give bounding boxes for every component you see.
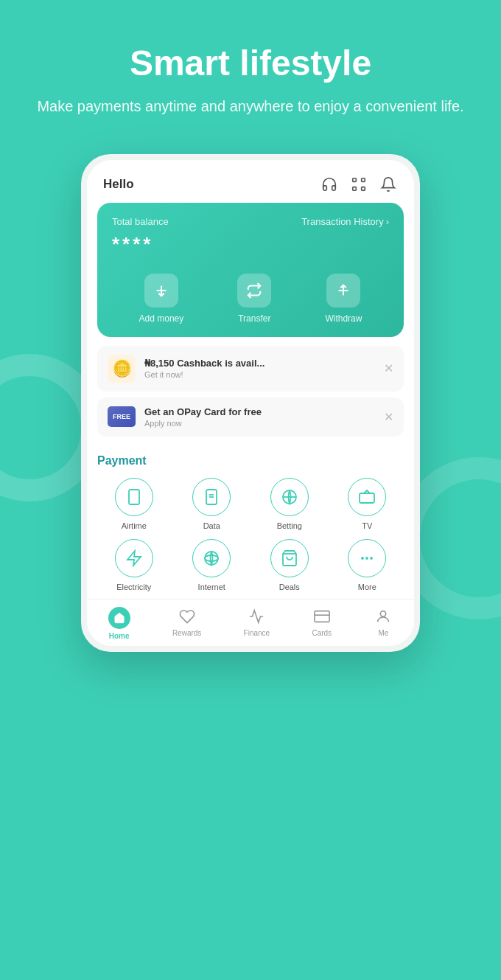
deals-icon bbox=[270, 539, 309, 577]
svg-point-29 bbox=[381, 611, 386, 616]
withdraw-icon bbox=[326, 274, 360, 307]
payment-item-betting[interactable]: Betting bbox=[253, 478, 326, 530]
payment-item-internet[interactable]: Internet bbox=[175, 539, 249, 591]
airtime-icon bbox=[115, 478, 153, 516]
nav-item-home[interactable]: Home bbox=[108, 607, 130, 640]
app-header: Hello bbox=[87, 160, 414, 203]
notification-icon[interactable] bbox=[379, 175, 398, 194]
svg-rect-2 bbox=[353, 187, 357, 190]
balance-card-top: Total balance Transaction History › bbox=[112, 216, 389, 227]
transaction-history-link[interactable]: Transaction History › bbox=[301, 216, 389, 227]
svg-point-26 bbox=[371, 557, 372, 559]
cashback-promo-banner[interactable]: 🪙 ₦8,150 Cashback is avail... Get it now… bbox=[97, 346, 404, 392]
electricity-label: Electricity bbox=[116, 583, 151, 591]
bottom-nav: Home Rewards Fin bbox=[87, 599, 414, 646]
cashback-icon: 🪙 bbox=[108, 355, 136, 383]
payment-grid: Airtime Data bbox=[97, 478, 404, 591]
headset-icon[interactable] bbox=[320, 175, 339, 194]
svg-rect-0 bbox=[353, 178, 357, 182]
add-money-label: Add money bbox=[139, 313, 184, 324]
header-icons bbox=[320, 175, 398, 194]
tv-label: TV bbox=[362, 521, 372, 530]
transfer-icon bbox=[237, 274, 271, 307]
cards-nav-icon bbox=[312, 607, 332, 626]
svg-marker-20 bbox=[127, 551, 141, 566]
opay-card-close-button[interactable]: ✕ bbox=[384, 410, 393, 424]
transfer-label: Transfer bbox=[238, 313, 270, 324]
balance-actions: Add money Transfer bbox=[112, 274, 389, 337]
internet-label: Internet bbox=[198, 583, 225, 591]
withdraw-label: Withdraw bbox=[325, 313, 362, 324]
more-label: More bbox=[358, 583, 376, 591]
phone-mockup: Hello bbox=[81, 154, 420, 652]
payment-item-tv[interactable]: TV bbox=[331, 478, 404, 530]
svg-rect-1 bbox=[362, 178, 365, 182]
balance-card: Total balance Transaction History › **** bbox=[97, 203, 404, 337]
betting-icon bbox=[270, 478, 309, 516]
svg-point-22 bbox=[205, 555, 218, 561]
nav-item-finance[interactable]: Finance bbox=[244, 607, 270, 640]
svg-rect-11 bbox=[129, 490, 139, 504]
rewards-nav-icon bbox=[178, 607, 197, 626]
finance-nav-icon bbox=[247, 607, 266, 626]
chevron-right-icon: › bbox=[386, 216, 389, 227]
opay-card-sub: Apply now bbox=[144, 419, 375, 428]
payment-item-more[interactable]: More bbox=[331, 539, 404, 591]
add-money-icon bbox=[144, 274, 178, 307]
home-nav-label: Home bbox=[109, 632, 130, 640]
svg-point-25 bbox=[362, 557, 363, 559]
cashback-sub: Get it now! bbox=[144, 370, 375, 379]
cashback-text: ₦8,150 Cashback is avail... Get it now! bbox=[144, 358, 375, 379]
rewards-nav-label: Rewards bbox=[172, 629, 201, 637]
internet-icon bbox=[192, 539, 231, 577]
add-money-button[interactable]: Add money bbox=[139, 274, 184, 324]
opay-card-title: Get an OPay Card for free bbox=[144, 406, 375, 417]
payment-item-airtime[interactable]: Airtime bbox=[97, 478, 171, 530]
phone-inner: Hello bbox=[87, 160, 414, 646]
phone-wrapper: Hello bbox=[0, 154, 501, 652]
me-nav-label: Me bbox=[378, 629, 388, 637]
hero-section: Smart lifestyle Make payments anytime an… bbox=[0, 0, 501, 139]
opay-card-promo-banner[interactable]: FREE Get an OPay Card for free Apply now… bbox=[97, 397, 404, 437]
opay-card-text: Get an OPay Card for free Apply now bbox=[144, 406, 375, 428]
airtime-label: Airtime bbox=[122, 521, 147, 530]
payment-item-deals[interactable]: Deals bbox=[253, 539, 326, 591]
more-icon bbox=[348, 539, 386, 577]
opay-card-icon: FREE bbox=[108, 406, 136, 427]
svg-rect-18 bbox=[360, 493, 374, 503]
electricity-icon bbox=[115, 539, 153, 577]
nav-item-cards[interactable]: Cards bbox=[312, 607, 332, 640]
cashback-close-button[interactable]: ✕ bbox=[384, 361, 393, 375]
withdraw-button[interactable]: Withdraw bbox=[325, 274, 362, 324]
scan-icon[interactable] bbox=[349, 175, 368, 194]
tv-icon bbox=[348, 478, 386, 516]
balance-amount: **** bbox=[112, 233, 389, 256]
app-greeting: Hello bbox=[103, 177, 134, 192]
betting-label: Betting bbox=[277, 521, 302, 530]
cashback-title: ₦8,150 Cashback is avail... bbox=[144, 358, 375, 369]
payment-item-electricity[interactable]: Electricity bbox=[97, 539, 171, 591]
data-label: Data bbox=[203, 521, 220, 530]
data-icon bbox=[192, 478, 231, 516]
transfer-button[interactable]: Transfer bbox=[237, 274, 271, 324]
deals-label: Deals bbox=[279, 583, 300, 591]
svg-rect-27 bbox=[315, 611, 329, 622]
svg-point-24 bbox=[366, 557, 368, 559]
nav-item-rewards[interactable]: Rewards bbox=[172, 607, 201, 640]
finance-nav-label: Finance bbox=[244, 629, 270, 637]
me-nav-icon bbox=[374, 607, 393, 626]
payment-section-title: Payment bbox=[97, 454, 404, 468]
hero-subtitle: Make payments anytime and anywhere to en… bbox=[29, 95, 472, 117]
nav-item-me[interactable]: Me bbox=[374, 607, 393, 640]
balance-label: Total balance bbox=[112, 216, 169, 227]
cards-nav-label: Cards bbox=[312, 629, 332, 637]
home-nav-icon bbox=[108, 607, 130, 629]
payment-section: Payment Airtime bbox=[87, 442, 414, 591]
hero-title: Smart lifestyle bbox=[29, 44, 472, 83]
payment-item-data[interactable]: Data bbox=[175, 478, 249, 530]
